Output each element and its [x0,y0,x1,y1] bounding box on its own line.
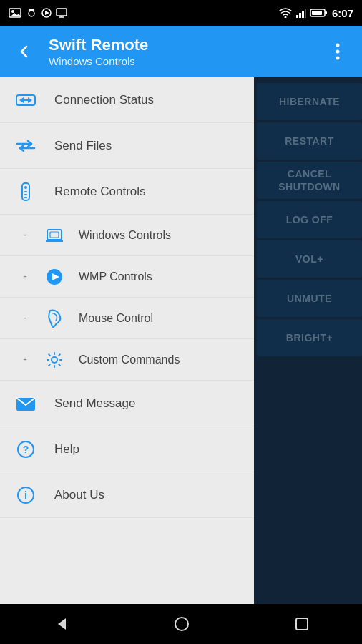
svg-text:?: ? [23,444,29,455]
main-content: HIBERNATE RESTART CANCELSHUTDOWN LOG OFF… [0,77,362,604]
svg-rect-10 [296,15,298,18]
camera-icon [26,8,37,18]
svg-point-17 [336,44,340,47]
windows-controls-label: Windows Controls [79,229,171,242]
svg-point-1 [11,10,14,13]
toolbar-subtitle: Windows Controls [49,55,313,67]
svg-point-9 [284,16,286,19]
info-icon: i [14,484,37,507]
envelope-icon [16,395,36,412]
gear-icon [46,351,63,369]
drawer-item-remote-controls[interactable]: Remote Controls [0,169,254,215]
image-icon [9,8,21,18]
drawer-item-send-message[interactable]: Send Message [0,381,254,426]
back-nav-icon [53,616,69,632]
play-circle-filled-icon [46,268,63,286]
home-circle-icon [174,616,190,632]
svg-rect-29 [47,230,62,240]
svg-point-18 [336,50,340,54]
sub-dash-mouse: - [20,311,30,326]
sub-dash-wmp: - [20,269,30,284]
mouse-cursor-icon [47,309,62,328]
status-bar-right-icons: 6:07 [279,7,353,19]
svg-marker-39 [58,618,66,630]
toolbar: Swift Remote Windows Controls [0,26,362,77]
home-nav-button[interactable] [174,616,190,632]
wmp-controls-label: WMP Controls [79,270,152,283]
svg-rect-28 [24,197,27,198]
svg-rect-41 [296,618,308,630]
back-button[interactable] [11,39,37,64]
recents-nav-button[interactable] [295,617,309,631]
signal-icon [296,8,306,18]
drawer-subitem-windows-controls[interactable]: - Windows Controls [0,215,254,256]
sub-dash-windows: - [20,228,30,243]
connection-status-label: Connection Status [54,93,154,107]
battery-icon [310,8,328,18]
settings-icon [44,350,64,370]
back-nav-button[interactable] [53,616,69,632]
back-arrow-icon [16,44,32,59]
svg-marker-5 [45,11,49,15]
message-icon [14,392,37,415]
drawer-item-about-us[interactable]: i About Us [0,472,254,518]
svg-rect-6 [57,9,67,16]
mouse-icon [44,308,64,328]
more-options-icon [336,42,340,61]
status-time: 6:07 [332,7,353,19]
custom-commands-label: Custom Commands [79,353,180,366]
screen-icon [56,8,67,18]
svg-point-40 [175,618,188,630]
svg-rect-16 [312,11,322,15]
svg-marker-2 [11,13,21,16]
help-icon: ? [14,438,37,461]
play-circle-icon [41,8,52,18]
connection-arrows-icon [16,92,36,108]
svg-point-19 [336,57,340,60]
svg-rect-13 [305,9,306,18]
wifi-icon [279,8,292,18]
remote-controls-label: Remote Controls [54,185,146,199]
status-bar: 6:07 [0,0,362,26]
connection-icon [14,89,37,112]
svg-rect-15 [325,11,327,14]
drawer-subitem-wmp-controls[interactable]: - WMP Controls [0,256,254,298]
mouse-control-label: Mouse Control [79,312,153,325]
toolbar-titles: Swift Remote Windows Controls [49,36,313,67]
send-files-icon [14,135,37,157]
drawer-item-help[interactable]: ? Help [0,426,254,472]
help-circle-icon: ? [16,440,35,459]
play-icon [44,267,64,287]
drawer-subitem-custom-commands[interactable]: - Custom Commands [0,339,254,381]
navigation-bar [0,604,362,644]
app-title: Swift Remote [49,36,313,54]
more-options-button[interactable] [325,39,351,64]
svg-marker-21 [19,97,32,103]
svg-point-25 [24,186,27,189]
remote-icon [14,180,37,203]
navigation-drawer: Connection Status Send Files [0,77,254,604]
svg-text:i: i [24,489,27,501]
sub-dash-custom: - [20,352,30,367]
laptop-icon [46,228,63,243]
svg-rect-31 [50,232,59,238]
status-bar-left-icons [9,8,67,18]
about-us-label: About Us [54,488,104,502]
info-circle-icon: i [16,486,35,504]
drawer-item-connection-status[interactable]: Connection Status [0,77,254,123]
send-message-label: Send Message [54,396,135,411]
windows-icon [44,225,64,245]
svg-rect-27 [24,194,27,195]
drawer-subitem-mouse-control[interactable]: - Mouse Control [0,298,254,339]
svg-rect-12 [302,11,304,18]
recents-square-icon [295,617,309,631]
transfer-arrows-icon [16,138,36,154]
send-files-label: Send Files [54,139,112,153]
svg-rect-26 [24,191,27,192]
help-label: Help [54,442,79,457]
drawer-item-send-files[interactable]: Send Files [0,123,254,169]
svg-rect-11 [299,13,301,18]
remote-control-icon [16,182,35,201]
svg-point-3 [29,11,34,16]
